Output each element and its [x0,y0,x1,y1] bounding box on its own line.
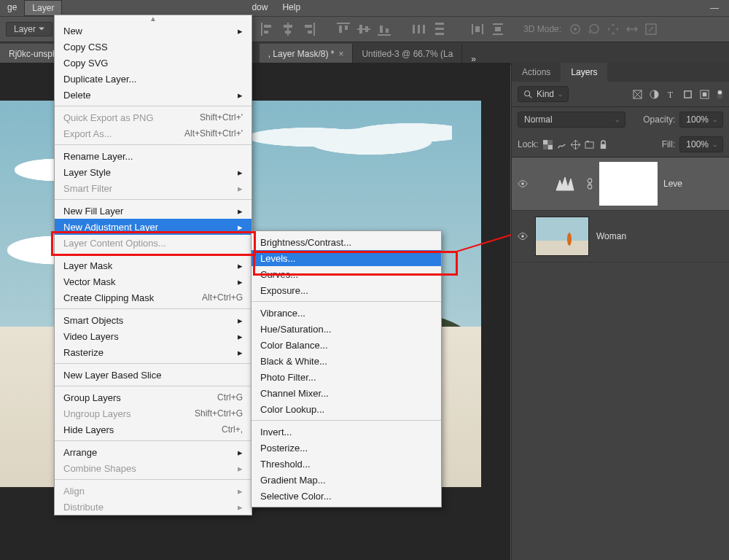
submenu-arrow-icon: ▸ [238,331,243,342]
filter-pixel-icon[interactable] [633,90,642,99]
svg-rect-7 [305,25,312,28]
window-minimize-button[interactable]: — [700,0,729,16]
align-top-icon[interactable] [337,23,350,36]
tab-actions[interactable]: Actions [512,63,561,82]
menu-image[interactable]: ge [0,0,24,16]
menu-item-smart-objects[interactable]: Smart Objects▸ [55,312,252,328]
submenu-arrow-icon: ▸ [238,260,243,271]
layer-row-levels[interactable]: Leve [512,158,729,211]
lock-artboard-icon[interactable] [585,140,594,149]
submenu-item-exposure[interactable]: Exposure... [252,282,441,298]
filter-toggle-icon[interactable] [717,90,723,99]
submenu-item-color-lookup[interactable]: Color Lookup... [252,401,441,417]
close-icon[interactable]: × [338,49,343,59]
menu-item-copy-svg[interactable]: Copy SVG [55,55,252,71]
submenu-item-label: Posterize... [260,443,308,454]
align-right-icon[interactable] [302,23,315,36]
lock-image-icon[interactable] [557,140,566,149]
opacity-field[interactable]: 100% ⌵ [679,112,723,128]
layer-thumb[interactable] [535,217,589,256]
slide-icon[interactable] [625,23,639,36]
layer-name[interactable]: Woman [596,231,626,241]
lock-all-icon[interactable] [599,140,608,149]
menu-item-new[interactable]: New▸ [55,23,252,39]
orbit-icon[interactable] [569,23,582,36]
filter-type-icon[interactable]: T [666,90,676,99]
menu-layer[interactable]: Layer [24,0,62,16]
fill-label: Fill: [662,139,676,149]
submenu-item-hue-saturation[interactable]: Hue/Saturation... [252,321,441,337]
menu-item-copy-css[interactable]: Copy CSS [55,39,252,55]
document-tab-2[interactable]: , Layer Mask/8) * × [260,44,354,64]
submenu-item-brightness-contrast[interactable]: Brightness/Contrast... [252,234,441,250]
blend-mode-dropdown[interactable]: Normal ⌵ [518,112,625,128]
filter-smartobject-icon[interactable] [700,90,709,99]
menu-item-shortcut: Ctrl+G [217,392,243,402]
menu-item-new-layer-based-slice[interactable]: New Layer Based Slice [55,367,252,383]
submenu-arrow-icon: ▸ [238,486,243,497]
distribute-h-icon[interactable] [413,23,426,36]
menu-item-new-fill-layer[interactable]: New Fill Layer▸ [55,203,252,219]
submenu-item-selective-color[interactable]: Selective Color... [252,488,441,504]
filter-kind-dropdown[interactable]: Kind ⌵ [518,86,569,102]
submenu-item-posterize[interactable]: Posterize... [252,440,441,456]
lock-transparency-icon[interactable] [543,140,553,149]
document-tab-3[interactable]: Untitled-3 @ 66.7% (La [353,44,462,64]
menu-item-group-layers[interactable]: Group LayersCtrl+G [55,389,252,405]
menu-window[interactable]: dow [244,0,275,16]
svg-rect-10 [339,26,342,33]
menu-item-duplicate-layer[interactable]: Duplicate Layer... [55,71,252,87]
menu-item-delete[interactable]: Delete▸ [55,87,252,103]
pan-icon[interactable] [607,23,620,36]
distribute-spacing-h-icon[interactable] [471,23,484,36]
menu-item-video-layers[interactable]: Video Layers▸ [55,328,252,344]
align-center-v-icon[interactable] [357,23,370,36]
menu-item-layer-mask[interactable]: Layer Mask▸ [55,257,252,273]
distribute-spacing-v-icon[interactable] [491,23,504,36]
svg-rect-26 [475,26,480,32]
layer-row-woman[interactable]: Woman [512,211,729,262]
submenu-item-invert[interactable]: Invert... [252,424,441,440]
svg-point-31 [574,28,577,31]
roll-icon[interactable] [588,23,601,36]
submenu-arrow-icon: ▸ [238,463,243,474]
submenu-item-vibrance[interactable]: Vibrance... [252,305,441,321]
align-left-icon[interactable] [261,23,274,36]
align-bottom-icon[interactable] [378,23,391,36]
menu-item-rename-layer[interactable]: Rename Layer... [55,148,252,164]
menu-item-shortcut: Alt+Ctrl+G [202,292,243,303]
fill-field[interactable]: 100% ⌵ [679,136,723,152]
menu-item-create-clipping-mask[interactable]: Create Clipping MaskAlt+Ctrl+G [55,289,252,306]
submenu-item-gradient-map[interactable]: Gradient Map... [252,472,441,488]
submenu-item-threshold[interactable]: Threshold... [252,456,441,472]
menu-help[interactable]: Help [275,0,308,16]
svg-rect-1 [264,25,271,28]
layer-mask-thumb[interactable] [601,163,656,204]
distribute-v-icon[interactable] [433,23,446,36]
submenu-item-black-white[interactable]: Black & White... [252,353,441,369]
eye-icon[interactable] [518,231,528,241]
submenu-item-photo-filter[interactable]: Photo Filter... [252,369,441,385]
align-center-h-icon[interactable] [281,23,295,36]
menu-item-hide-layers[interactable]: Hide LayersCtrl+, [55,421,252,438]
mode-3d-label: 3D Mode: [523,24,561,34]
filter-shape-icon[interactable] [683,90,693,99]
filter-adjustment-icon[interactable] [650,90,659,99]
menu-item-layer-style[interactable]: Layer Style▸ [55,164,252,180]
layer-preset-dropdown[interactable]: Layer [6,22,52,36]
submenu-arrow-icon: ▸ [238,183,243,194]
link-icon[interactable] [586,178,593,190]
menu-item-arrange[interactable]: Arrange▸ [55,444,252,460]
submenu-item-channel-mixer[interactable]: Channel Mixer... [252,385,441,401]
submenu-item-color-balance[interactable]: Color Balance... [252,337,441,353]
menu-item-label: Video Layers [63,331,119,342]
scale-icon[interactable] [644,23,658,36]
menu-item-vector-mask[interactable]: Vector Mask▸ [55,273,252,289]
submenu-item-label: Exposure... [260,285,308,296]
panel-tabs: Actions Layers [512,63,729,82]
menu-item-rasterize[interactable]: Rasterize▸ [55,344,252,360]
layer-name[interactable]: Leve [663,179,682,189]
eye-icon[interactable] [518,179,528,189]
lock-position-icon[interactable] [571,140,580,149]
tab-layers[interactable]: Layers [561,63,607,82]
